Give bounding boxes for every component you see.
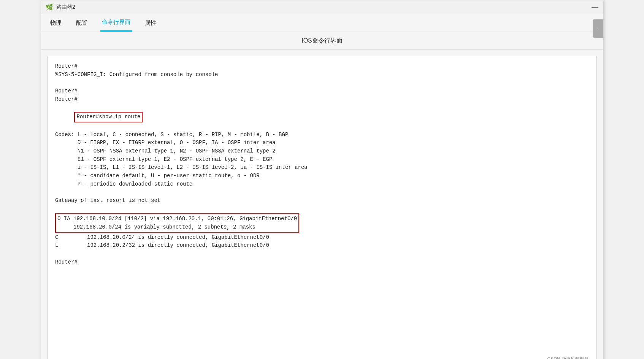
terminal-line-prompt: Router# <box>55 258 589 267</box>
highlight-route-block: O IA 192.168.10.0/24 [110/2] via 192.168… <box>55 213 299 233</box>
minimize-button[interactable]: — <box>592 3 598 11</box>
terminal-line-d: D - EIGRP, EX - EIGRP external, O - OSPF… <box>55 139 589 147</box>
tab-bar: 物理 配置 命令行界面 属性 <box>41 14 603 32</box>
terminal-line-isis: i - IS-IS, L1 - IS-IS level-1, L2 - IS-I… <box>55 164 589 172</box>
highlight-cmd-box: Router#show ip route <box>74 112 143 122</box>
terminal-line-e1: E1 - OSPF external type 1, E2 - OSPF ext… <box>55 156 589 164</box>
terminal-line-n1: N1 - OSPF NSSA external type 1, N2 - OSP… <box>55 147 589 156</box>
terminal-line-subnet: 192.168.20.0/24 is variably subnetted, 2… <box>57 223 297 232</box>
tab-attrs[interactable]: 属性 <box>143 15 158 31</box>
terminal-line-cmd: Router#show ip route <box>55 103 589 130</box>
title-bar: 🌿 路由器2 — <box>41 0 603 14</box>
main-window: 🌿 路由器2 — 物理 配置 命令行界面 属性 IOS命令行界面 ‹ Route… <box>41 0 603 359</box>
terminal-line-4: Router# <box>55 95 589 104</box>
terminal-empty-1 <box>55 79 589 87</box>
tab-physical[interactable]: 物理 <box>49 15 63 31</box>
terminal-line-2: %SYS-5-CONFIG_I: Configured from console… <box>55 71 589 79</box>
collapse-button[interactable]: ‹ <box>593 19 603 38</box>
watermark: CSDN @遁风醉明月 <box>547 356 589 359</box>
page-title: IOS命令行界面 <box>41 32 603 50</box>
title-bar-left: 🌿 路由器2 <box>46 3 75 11</box>
terminal-line-oia: O IA 192.168.10.0/24 [110/2] via 192.168… <box>57 215 297 223</box>
terminal-empty-4 <box>55 250 589 258</box>
window-title: 路由器2 <box>56 4 75 11</box>
terminal-line-star: * - candidate default, U - per-user stat… <box>55 172 589 180</box>
terminal-line-3: Router# <box>55 87 589 95</box>
terminal-area[interactable]: Router# %SYS-5-CONFIG_I: Configured from… <box>47 56 597 359</box>
terminal-empty-2 <box>55 188 589 197</box>
app-icon: 🌿 <box>46 3 53 11</box>
tab-config[interactable]: 配置 <box>75 15 89 31</box>
terminal-line-c: C 192.168.20.0/24 is directly connected,… <box>55 234 589 242</box>
terminal-line-l: L 192.168.20.2/32 is directly connected,… <box>55 241 589 250</box>
terminal-line-p: P - periodic downloaded static route <box>55 180 589 189</box>
tab-cli[interactable]: 命令行界面 <box>100 14 132 32</box>
terminal-empty-3 <box>55 205 589 213</box>
terminal-line-codes: Codes: L - local, C - connected, S - sta… <box>55 131 589 139</box>
terminal-line-gateway: Gateway of last resort is not set <box>55 197 589 205</box>
terminal-line-1: Router# <box>55 62 589 71</box>
